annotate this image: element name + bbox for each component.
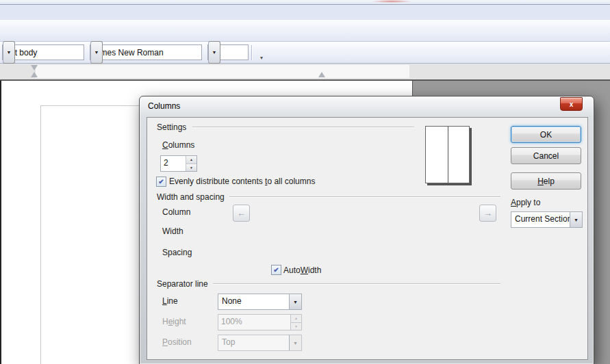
ruler-page-area <box>36 65 409 78</box>
group-divider <box>192 127 414 127</box>
apply-to-value: Current Section <box>511 212 570 227</box>
autowidth-label: AutoWidth <box>283 265 321 275</box>
chevron-down-icon[interactable]: ▼ <box>570 212 582 227</box>
columns-label: Columns <box>162 140 194 150</box>
chevron-down-icon[interactable]: ▼ <box>289 294 301 309</box>
arrow-left-icon: ← <box>237 208 246 218</box>
separator-line-dropdown[interactable]: None ▼ <box>218 294 302 310</box>
group-divider <box>229 196 500 197</box>
columns-count-value: 2 <box>161 156 186 171</box>
group-divider <box>213 283 500 284</box>
ok-button[interactable]: OK <box>511 126 581 143</box>
cancel-button[interactable]: Cancel <box>511 147 581 164</box>
horizontal-ruler[interactable] <box>0 64 610 80</box>
autowidth-checkbox[interactable]: ✔ <box>271 265 281 275</box>
close-icon[interactable]: x <box>560 97 583 111</box>
previous-column-button[interactable]: ← <box>233 205 250 222</box>
help-button[interactable]: Help <box>511 172 581 190</box>
left-indent-marker[interactable] <box>31 72 38 77</box>
background-window-remnant <box>371 0 412 3</box>
spin-up-icon[interactable]: ▲ <box>186 156 196 164</box>
window-top-border <box>0 0 610 5</box>
chevron-down-icon[interactable]: ▼ <box>3 41 15 64</box>
settings-group-label: Settings <box>157 122 186 132</box>
apply-to-dropdown[interactable]: Current Section ▼ <box>511 211 583 228</box>
next-column-button[interactable]: → <box>479 205 496 222</box>
columns-preview <box>425 126 470 183</box>
separator-group-label: Separator line <box>157 279 208 289</box>
evenly-distribute-checkbox[interactable]: ✔ <box>156 177 166 187</box>
spin-down-icon[interactable]: ▼ <box>186 164 196 172</box>
formatting-toolbar: ext body ▼ Times New Roman ▼ 12 ▼ ▾ <box>0 42 610 64</box>
chevron-down-icon[interactable]: ▼ <box>208 41 220 64</box>
spin-up-icon: ▲ <box>291 315 301 323</box>
columns-count-spinner[interactable]: 2 ▲▼ <box>160 155 197 172</box>
dialog-client-area: Settings Columns 2 ▲▼ ✔ Evenly distribut… <box>147 117 588 360</box>
separator-position-value: Top <box>218 335 289 350</box>
line-label: Line <box>162 296 178 306</box>
column-row-label: Column <box>162 207 190 217</box>
width-spacing-group-label: Width and spacing <box>157 192 225 202</box>
separator-line-value: None <box>218 294 289 309</box>
first-line-indent-marker[interactable] <box>31 65 38 70</box>
separator-position-dropdown: Top ▼ <box>218 335 302 351</box>
evenly-distribute-label: Evenly distribute contents to all column… <box>169 177 315 186</box>
menu-bar <box>0 5 610 20</box>
paragraph-style-combo[interactable]: ext body ▼ <box>2 44 84 60</box>
position-label: Position <box>162 337 192 347</box>
toolbar-overflow-icon[interactable]: ▾ <box>260 55 263 63</box>
arrow-right-icon: → <box>483 208 492 218</box>
height-label: Height <box>162 317 186 326</box>
font-name-combo[interactable]: Times New Roman ▼ <box>90 44 202 60</box>
columns-dialog: Columns x Settings Columns 2 ▲▼ ✔ Evenly… <box>139 96 594 364</box>
dialog-title: Columns <box>148 101 180 111</box>
chevron-down-icon[interactable]: ▼ <box>90 41 103 64</box>
standard-toolbar <box>0 20 610 42</box>
spacing-label: Spacing <box>162 248 192 257</box>
separator-height-spinner: 100% ▲▼ <box>218 314 302 330</box>
right-indent-marker[interactable] <box>318 72 325 77</box>
menu-view[interactable] <box>5 10 18 14</box>
width-label: Width <box>162 226 183 236</box>
spin-down-icon: ▼ <box>291 323 301 330</box>
separator-height-value: 100% <box>218 315 290 330</box>
apply-to-label: Apply to <box>511 198 540 207</box>
application-window: ext body ▼ Times New Roman ▼ 12 ▼ ▾ Colu… <box>0 0 610 364</box>
chevron-down-icon: ▼ <box>289 335 301 350</box>
font-size-combo[interactable]: 12 ▼ <box>207 44 249 60</box>
